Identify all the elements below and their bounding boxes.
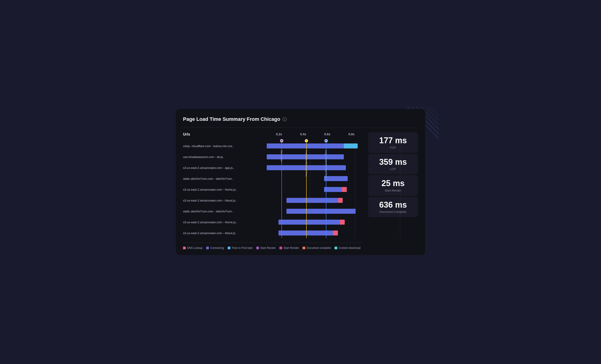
time-label-3: 0.6s	[324, 132, 331, 136]
legend-label-dns: DNS Lookup	[187, 246, 202, 250]
chart-row: cdnjs. cloudflare.com - bulma.min.css..	[183, 141, 363, 151]
url-label: s3.us-east-2.amazonaws.com - Home.js..	[183, 188, 265, 191]
legend-item-ttfb: Time to First byte	[228, 246, 253, 250]
legend-item-doccomplete: Document complete	[302, 246, 331, 250]
chart-row: s3.us-east-2.amazonaws.com - Home.js..	[183, 185, 363, 195]
legend-dot-contentdownload	[334, 246, 337, 249]
metric-card-lcp: 359 ms LCP	[368, 154, 418, 175]
time-label-4: 0.8s	[348, 132, 354, 136]
card-header: Page Load Time Summary From Chicago i	[183, 116, 418, 122]
legend-dot-startrender1	[256, 246, 259, 249]
metric-card-doccomplete: 636 ms Document Complete	[368, 197, 418, 217]
legend-dot-startrender2	[280, 246, 282, 249]
url-label: s3.us-east-2.amazonaws.com - Home.js..	[183, 221, 265, 224]
bar-area	[265, 230, 363, 236]
bar-area	[265, 197, 363, 204]
bar-area	[265, 176, 363, 182]
url-label: s3.us-east-2.amazonaws.com - app.js..	[183, 166, 265, 169]
metric-value-lcp: 359 ms	[373, 157, 413, 167]
metric-value-doccomplete: 636 ms	[373, 200, 413, 209]
content-area: Urls 0.2s 0.4s 0.6s 0.8s	[183, 132, 418, 250]
chart-row: s3.us-east-2.amazonaws.com - Home.js..	[183, 217, 363, 227]
legend-dot-connecting	[206, 246, 209, 249]
chart-row: use.fonatawasome.com - all-js..	[183, 152, 363, 162]
legend-label-connecting: Connecting	[210, 246, 224, 250]
chart-row: static.site24x7rum.com - site24x7rum..	[183, 174, 363, 184]
metric-label-fcp: FCP	[373, 146, 413, 149]
divider	[183, 128, 418, 128]
legend-label-contentdownload: Content download	[339, 246, 361, 250]
bar-main	[324, 176, 348, 181]
bar-area	[265, 208, 363, 214]
legend-label-ttfb: Time to First byte	[232, 246, 253, 250]
chart-section: Urls 0.2s 0.4s 0.6s 0.8s	[183, 132, 363, 250]
legend-dot-dns	[183, 246, 186, 249]
bar-main	[286, 198, 338, 203]
chart-row: static.site24x7rum.com - site24x7rum..	[183, 206, 363, 216]
info-icon[interactable]: i	[283, 117, 287, 121]
legend-item-connecting: Connecting	[206, 246, 224, 250]
metric-card-fcp: 177 ms FCP	[368, 132, 418, 153]
main-card: Page Load Time Summary From Chicago i Ur…	[176, 109, 425, 255]
bar-pink	[340, 220, 345, 225]
legend-item-dns: DNS Lookup	[183, 246, 202, 250]
url-label: s3.us-east-2.amazonaws.com - About.js..	[183, 231, 265, 235]
bar-main	[279, 220, 340, 225]
chart-row: s3.us-east-2.amazonaws.com - app.js..	[183, 163, 363, 173]
url-label: use.fonatawasome.com - all-js..	[183, 155, 265, 159]
legend-item-startrender2: Start Render	[280, 246, 299, 250]
bar-pink	[338, 198, 343, 203]
metric-label-startrender: Start Render	[373, 189, 413, 192]
chart-row: s3.us-east-2.amazonaws.com - About.js..	[183, 195, 363, 205]
time-label-1: 0.2s	[276, 132, 282, 136]
time-label-2: 0.4s	[300, 132, 306, 136]
url-label: static.site24x7rum.com - site24x7rum..	[183, 177, 265, 180]
bar-area	[265, 143, 363, 149]
right-panels: 177 ms FCP 359 ms LCP 25 ms Start Render…	[368, 132, 418, 217]
bar-area	[265, 186, 363, 193]
bar-main	[267, 154, 344, 159]
svg-line-5	[430, 107, 439, 116]
metric-label-lcp: LCP	[373, 167, 413, 171]
time-labels: 0.2s 0.4s 0.6s 0.8s	[265, 132, 363, 136]
timeline-col-header: 0.2s 0.4s 0.6s 0.8s	[265, 132, 363, 139]
legend-item-startrender1: Start Render	[256, 246, 276, 250]
metric-value-fcp: 177 ms	[373, 136, 413, 145]
chart-header: Urls 0.2s 0.4s 0.6s 0.8s	[183, 132, 363, 139]
legend-label-startrender1: Start Render	[260, 246, 276, 250]
legend-area: DNS Lookup Connecting Time to First byte…	[183, 243, 363, 250]
metric-value-startrender: 25 ms	[373, 179, 413, 188]
bar-main	[267, 143, 344, 148]
urls-col-header: Urls	[183, 132, 265, 139]
legend-item-contentdownload: Content download	[334, 246, 361, 250]
metric-card-startrender: 25 ms Start Render	[368, 175, 418, 196]
bar-pink	[333, 230, 338, 236]
url-label: s3.us-east-2.amazonaws.com - About.js..	[183, 199, 265, 202]
bar-pink	[342, 187, 347, 192]
metric-label-doccomplete: Document Complete	[373, 210, 413, 214]
legend-label-startrender2: Start Render	[283, 246, 299, 250]
chart-rows: cdnjs. cloudflare.com - bulma.min.css.. …	[183, 141, 363, 238]
bar-area	[265, 154, 363, 160]
url-label: cdnjs. cloudflare.com - bulma.min.css..	[183, 144, 265, 148]
url-label: static.site24x7rum.com - site24x7rum..	[183, 210, 265, 213]
bar-main	[267, 165, 346, 170]
bar-area	[265, 219, 363, 225]
page-wrapper: Page Load Time Summary From Chicago i Ur…	[176, 109, 425, 255]
bar-accent	[344, 143, 358, 148]
legend-dot-doccomplete	[302, 246, 305, 249]
legend-label-doccomplete: Document complete	[307, 246, 331, 250]
bar-area	[265, 165, 363, 171]
chart-row: s3.us-east-2.amazonaws.com - About.js..	[183, 228, 363, 238]
card-title: Page Load Time Summary From Chicago	[183, 116, 280, 122]
bar-main	[324, 187, 342, 192]
bar-main	[286, 209, 356, 214]
legend-dot-ttfb	[228, 246, 230, 249]
bar-main	[279, 230, 333, 236]
